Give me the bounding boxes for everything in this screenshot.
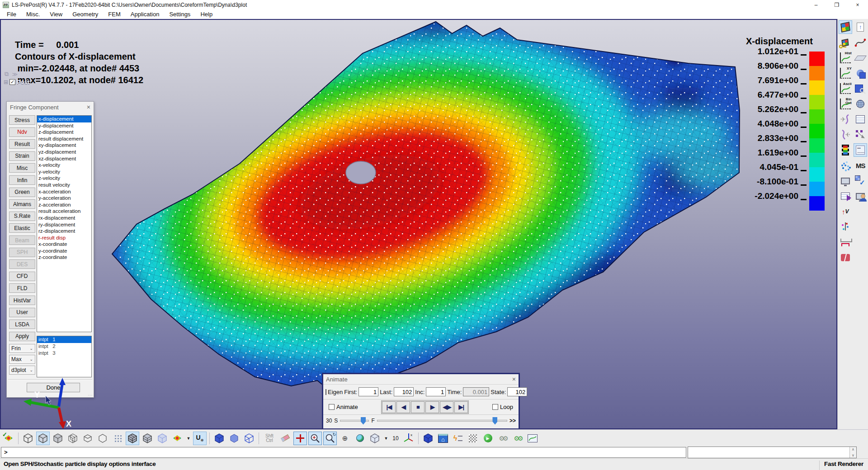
binout-plot-icon[interactable]: Bin Out xyxy=(839,97,852,111)
menu-item[interactable]: Settings xyxy=(164,10,195,19)
fringe-category-button[interactable]: Elastic xyxy=(9,223,35,233)
state-slider-thumb[interactable] xyxy=(492,417,497,425)
globe-icon[interactable] xyxy=(353,432,367,445)
log-scrollbar[interactable]: ∧ ∨ xyxy=(849,447,856,458)
restore-button[interactable]: ❐ xyxy=(826,0,847,10)
model-view-icon[interactable] xyxy=(839,20,852,34)
menu-item[interactable]: File xyxy=(2,10,21,19)
scroll-up-icon[interactable]: ∧ xyxy=(852,447,854,451)
component-list-item[interactable]: y-displacement xyxy=(37,122,91,129)
zoom-in-icon[interactable] xyxy=(308,432,322,445)
user-interface-icon[interactable] xyxy=(854,189,867,203)
component-list-item[interactable]: result velocity xyxy=(37,182,91,188)
page-table-icon[interactable] xyxy=(839,189,852,203)
blue-shaded-cube-icon[interactable] xyxy=(227,432,241,445)
view-face-cube-icon[interactable] xyxy=(368,432,382,445)
blue-wire-cube-icon[interactable] xyxy=(242,432,256,445)
fringe-category-button[interactable]: S.Rate xyxy=(9,212,35,221)
scatter-vector-icon[interactable] xyxy=(839,220,852,234)
vector-plot-icon[interactable]: ↑ V xyxy=(839,205,852,218)
fringe-category-button[interactable]: Ndv xyxy=(9,127,35,137)
report-table-icon[interactable] xyxy=(854,113,867,126)
mesh-cube-icon[interactable] xyxy=(141,432,154,445)
fringe-category-button[interactable]: Green xyxy=(9,188,35,197)
tree-expand-row[interactable]: ⧉ ≫ xyxy=(5,70,19,78)
expand-slider-button[interactable]: >> xyxy=(509,418,516,424)
page-view-icon[interactable]: ↑ xyxy=(854,20,867,34)
menu-item[interactable]: View xyxy=(45,10,67,19)
display-options-icon[interactable]: ▪▪▪—————— xyxy=(854,143,867,157)
close-button[interactable]: × xyxy=(847,0,868,10)
fringe-close-icon[interactable]: × xyxy=(87,103,90,111)
fringe-category-button[interactable]: User xyxy=(9,308,35,317)
background-pattern-icon[interactable] xyxy=(466,432,480,445)
fringe-category-button[interactable]: CFD xyxy=(9,272,35,281)
eraser-icon[interactable] xyxy=(278,432,292,445)
component-list-item[interactable]: x-acceleration xyxy=(37,188,91,195)
post-checkbox[interactable]: ✓ xyxy=(9,79,15,85)
eigen-checkbox[interactable] xyxy=(326,389,326,395)
component-list-item[interactable]: result displacement xyxy=(37,136,91,142)
resize-grip[interactable]: ... xyxy=(88,392,93,396)
rotation-angle-value[interactable]: 10 xyxy=(391,432,401,445)
component-list-item[interactable]: x-displacement xyxy=(37,116,91,122)
fine-mesh-cube-icon[interactable] xyxy=(66,432,80,445)
wireframe-cube-icon[interactable] xyxy=(21,432,35,445)
blue-solid-cube-icon[interactable] xyxy=(212,432,226,445)
menu-item[interactable]: Misc. xyxy=(21,10,45,19)
speed-slider-thumb[interactable] xyxy=(361,417,366,425)
fringe-dialog-titlebar[interactable]: Fringe Component × xyxy=(7,102,94,113)
play-forward-button[interactable]: ▶ xyxy=(425,401,439,413)
fringe-category-button[interactable]: HistVar xyxy=(9,296,35,305)
menu-item[interactable]: Help xyxy=(195,10,217,19)
component-list-item[interactable]: rx-displacement xyxy=(37,215,91,221)
state-settings-icon[interactable] xyxy=(839,174,852,188)
shaded-cube-icon[interactable] xyxy=(36,432,50,445)
menu-item[interactable]: FEM xyxy=(103,10,125,19)
fringe-category-button[interactable]: Apply xyxy=(9,332,35,341)
model-check-icon[interactable]: ✓ xyxy=(854,174,867,188)
fringe-component-list[interactable]: x-displacementy-displacementz-displaceme… xyxy=(37,115,92,332)
run-play-icon[interactable]: ▶ xyxy=(481,432,495,445)
point-cloud-icon[interactable] xyxy=(111,432,124,445)
mesh-morph-icon[interactable] xyxy=(854,97,867,111)
inc-input[interactable] xyxy=(426,387,446,396)
ghost-cube-icon[interactable] xyxy=(156,432,169,445)
caret-down-icon[interactable]: ▼ xyxy=(185,432,192,445)
component-list-item[interactable]: z-coordinate xyxy=(37,254,91,261)
fringe-category-button[interactable]: Beam xyxy=(9,235,35,245)
component-list-item[interactable]: x-velocity xyxy=(37,162,91,169)
zoom-here-icon[interactable]: ⊕ xyxy=(338,432,352,445)
contour-display-icon[interactable]: ✓ xyxy=(2,432,15,445)
ms-tools-icon[interactable]: MS xyxy=(854,159,867,172)
fringe-category-button[interactable]: LSDA xyxy=(9,320,35,329)
menu-item[interactable]: Geometry xyxy=(67,10,103,19)
trace-path-icon[interactable]: ✈ xyxy=(839,113,852,126)
user-node-button[interactable]: U✻ xyxy=(193,432,207,445)
model-blue-cube-icon[interactable] xyxy=(421,432,435,445)
fringe-category-button[interactable]: FLD xyxy=(9,283,35,293)
component-list-item[interactable]: z-displacement xyxy=(37,129,91,136)
command-redo-icon[interactable]: ϟ xyxy=(451,432,465,445)
plot-window-icon[interactable] xyxy=(526,432,539,445)
intpt-list-item[interactable]: intpt 3 xyxy=(37,350,91,357)
frin-dropdown[interactable]: Frin ⌄ xyxy=(9,344,35,353)
component-list-item[interactable]: xz-displacement xyxy=(37,155,91,162)
settings-gears-icon[interactable]: ⚙⚙ xyxy=(496,432,509,445)
fringe-category-button[interactable]: Result xyxy=(9,139,35,149)
forming-press-icon[interactable] xyxy=(839,235,852,249)
stop-button[interactable]: ■ xyxy=(411,401,425,413)
component-list-item[interactable]: r-result disp xyxy=(37,235,91,241)
component-list-item[interactable]: z-acceleration xyxy=(37,202,91,208)
first-input[interactable] xyxy=(359,387,378,396)
spline-edit-icon[interactable] xyxy=(854,36,867,49)
animate-close-icon[interactable]: × xyxy=(512,376,516,383)
export-gears-icon[interactable]: ⚙⚙ xyxy=(511,432,524,445)
component-list-item[interactable]: z-velocity xyxy=(37,175,91,182)
plane-icon[interactable] xyxy=(854,51,867,65)
speed-slider[interactable] xyxy=(340,420,369,422)
solid-cube-icon[interactable] xyxy=(51,432,65,445)
section-part-icon[interactable] xyxy=(839,251,852,264)
fringe-category-button[interactable]: SPH xyxy=(9,248,35,257)
graphics-viewport[interactable]: Time = 0.001 Contours of X-displacement … xyxy=(0,19,837,429)
